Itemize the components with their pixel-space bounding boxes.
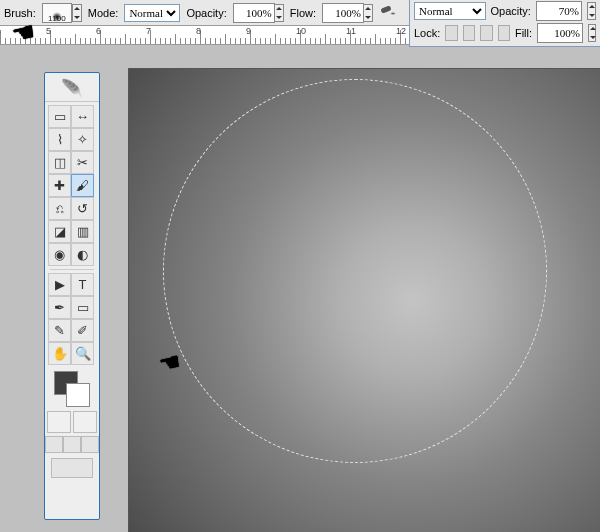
- brush-tool[interactable]: 🖌: [71, 174, 94, 197]
- ruler-label: 10: [296, 26, 306, 36]
- toolbox: 🪶 ▭ ↔ ⌇ ✧ ◫ ✂ ✚ 🖌 ⎌ ↺ ◪ ▥ ◉ ◐ ▶ T ✒ ▭ ✎ …: [44, 72, 100, 520]
- quickmask-mode-button[interactable]: [73, 411, 97, 433]
- blend-mode-select[interactable]: Normal: [124, 4, 180, 22]
- ruler-label: 9: [246, 26, 251, 36]
- layer-opacity-input[interactable]: [536, 1, 582, 21]
- flow-input[interactable]: [322, 3, 364, 23]
- layer-opacity-label: Opacity:: [491, 5, 531, 17]
- notes-tool[interactable]: ✎: [48, 319, 71, 342]
- ruler-label: 5: [46, 26, 51, 36]
- airbrush-icon[interactable]: [379, 4, 399, 22]
- lock-all-icon[interactable]: [498, 25, 510, 41]
- blur-tool[interactable]: ◉: [48, 243, 71, 266]
- photoshop-window: Brush: 1100 Mode: Normal Opacity: Flow: …: [0, 0, 600, 532]
- pen-tool[interactable]: ✒: [48, 296, 71, 319]
- fill-caret-icon[interactable]: [588, 24, 596, 42]
- toolbox-separator: [50, 269, 94, 270]
- screen-mode-toggles: [45, 436, 99, 453]
- flow-caret-icon[interactable]: [363, 4, 373, 22]
- lock-position-icon[interactable]: [480, 25, 492, 41]
- history-brush-tool[interactable]: ↺: [71, 197, 94, 220]
- layer-blend-mode-select[interactable]: Normal: [414, 2, 486, 20]
- lock-trans-icon[interactable]: [445, 25, 457, 41]
- ruler-label: 4: [0, 26, 1, 36]
- opacity-caret-icon[interactable]: [274, 4, 284, 22]
- toolbox-header[interactable]: 🪶: [45, 77, 99, 102]
- screen-full-button[interactable]: [81, 436, 99, 453]
- mode-label: Mode:: [88, 7, 119, 19]
- ruler-label: 8: [196, 26, 201, 36]
- eraser-tool[interactable]: ◪: [48, 220, 71, 243]
- opacity-input[interactable]: [233, 3, 275, 23]
- color-swatches[interactable]: [50, 369, 94, 407]
- crop-tool[interactable]: ◫: [48, 151, 71, 174]
- slice-tool[interactable]: ✂: [71, 151, 94, 174]
- move-tool[interactable]: ↔: [71, 105, 94, 128]
- healing-tool[interactable]: ✚: [48, 174, 71, 197]
- screen-fullmenubar-button[interactable]: [63, 436, 81, 453]
- feather-icon: 🪶: [61, 78, 83, 100]
- lock-label: Lock:: [414, 27, 440, 39]
- flow-label: Flow:: [290, 7, 316, 19]
- layer-opacity-caret-icon[interactable]: [587, 2, 596, 20]
- path-select-tool[interactable]: ▶: [48, 273, 71, 296]
- ruler-label: 11: [346, 26, 356, 36]
- lasso-tool[interactable]: ⌇: [48, 128, 71, 151]
- screen-standard-button[interactable]: [45, 436, 63, 453]
- type-tool[interactable]: T: [71, 273, 94, 296]
- fill-input[interactable]: [537, 23, 583, 43]
- eyedropper-tool[interactable]: ✐: [71, 319, 94, 342]
- stamp-tool[interactable]: ⎌: [48, 197, 71, 220]
- pointer-cursor-icon: ☚: [156, 347, 183, 379]
- ruler-label: 6: [96, 26, 101, 36]
- brush-dropdown-caret-icon[interactable]: [72, 4, 82, 22]
- tool-grid: ▭ ↔ ⌇ ✧ ◫ ✂ ✚ 🖌 ⎌ ↺ ◪ ▥ ◉ ◐: [48, 105, 96, 266]
- standard-mode-button[interactable]: [47, 411, 71, 433]
- marquee-tool[interactable]: ▭: [48, 105, 71, 128]
- zoom-tool[interactable]: 🔍: [71, 342, 94, 365]
- gradient-tool[interactable]: ▥: [71, 220, 94, 243]
- layers-panel-top: Normal Opacity: Lock: Fill:: [409, 0, 600, 47]
- hand-tool[interactable]: ✋: [48, 342, 71, 365]
- elliptical-selection-marquee: [163, 79, 547, 463]
- background-swatch[interactable]: [66, 383, 90, 407]
- ruler-label: 12: [396, 26, 406, 36]
- ruler-label: 7: [146, 26, 151, 36]
- shape-tool[interactable]: ▭: [71, 296, 94, 319]
- opacity-label: Opacity:: [186, 7, 226, 19]
- quickmask-toggles: [47, 411, 97, 433]
- brush-preset-picker[interactable]: 1100: [42, 3, 72, 23]
- canvas[interactable]: ☚: [128, 68, 600, 532]
- jump-to-imageready-button[interactable]: [51, 458, 93, 478]
- dodge-tool[interactable]: ◐: [71, 243, 94, 266]
- lock-pixels-icon[interactable]: [463, 25, 475, 41]
- wand-tool[interactable]: ✧: [71, 128, 94, 151]
- fill-label: Fill:: [515, 27, 532, 39]
